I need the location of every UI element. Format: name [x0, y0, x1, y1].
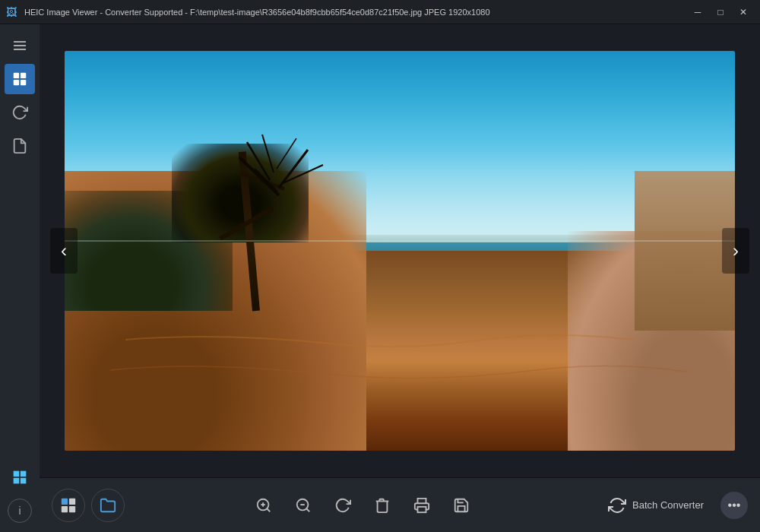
main-image — [65, 51, 735, 451]
save-button[interactable] — [448, 492, 475, 519]
more-icon: ••• — [728, 499, 741, 512]
zoom-in-button[interactable] — [250, 492, 277, 519]
maximize-button[interactable]: □ — [710, 5, 731, 20]
svg-line-25 — [306, 508, 309, 511]
refresh-icon — [11, 104, 28, 121]
info-icon: i — [18, 505, 21, 517]
thumbnail-icon — [60, 497, 77, 514]
next-arrow-icon: › — [733, 240, 739, 261]
svg-rect-4 — [14, 471, 20, 477]
zoom-out-button[interactable] — [290, 492, 317, 519]
app-icon: 🖼 — [6, 6, 17, 18]
svg-rect-6 — [14, 478, 20, 484]
more-options-button[interactable]: ••• — [720, 492, 748, 519]
save-icon — [453, 497, 470, 514]
hamburger-icon — [9, 36, 30, 55]
batch-converter-button[interactable]: Batch Converter — [600, 492, 711, 519]
content-area: ‹ — [40, 24, 760, 532]
toolbar-center-group — [125, 492, 600, 519]
toolbar-right-group: Batch Converter ••• — [600, 492, 748, 519]
svg-rect-2 — [14, 80, 19, 85]
delete-button[interactable] — [369, 492, 396, 519]
rotate-icon — [334, 497, 351, 514]
hamburger-menu-button[interactable] — [5, 30, 35, 61]
zoom-out-icon — [295, 497, 312, 514]
sidebar-item-refresh[interactable] — [5, 97, 35, 128]
print-icon — [413, 497, 430, 514]
toolbar-left-group — [52, 489, 125, 522]
sidebar-item-gallery[interactable] — [5, 64, 35, 94]
delete-icon — [374, 497, 391, 514]
minimize-button[interactable]: ─ — [687, 5, 708, 20]
batch-converter-icon — [608, 496, 626, 515]
batch-converter-label: Batch Converter — [632, 499, 704, 511]
sidebar-item-windows[interactable] — [5, 462, 35, 492]
svg-rect-3 — [21, 80, 26, 85]
prev-image-button[interactable]: ‹ — [50, 228, 78, 274]
svg-rect-19 — [69, 505, 75, 511]
svg-rect-0 — [14, 73, 19, 78]
rotate-button[interactable] — [329, 492, 356, 519]
print-button[interactable] — [408, 492, 435, 519]
svg-line-21 — [267, 508, 270, 511]
title-bar: 🖼 HEIC Image Viewer - Converter Supporte… — [0, 0, 760, 24]
svg-rect-18 — [62, 505, 68, 511]
gallery-icon — [11, 71, 28, 87]
prev-arrow-icon: ‹ — [61, 240, 67, 261]
title-text: HEIC Image Viewer - Converter Supported … — [21, 8, 687, 17]
main-layout: i ‹ — [0, 24, 760, 532]
bottom-toolbar: Batch Converter ••• — [40, 477, 760, 532]
file-icon — [11, 138, 28, 154]
svg-rect-16 — [62, 498, 68, 504]
svg-rect-1 — [21, 73, 26, 78]
windows-icon — [12, 470, 27, 485]
image-area: ‹ — [40, 24, 760, 477]
sidebar-item-info[interactable]: i — [8, 499, 32, 523]
svg-rect-27 — [418, 506, 426, 511]
svg-rect-7 — [21, 478, 27, 484]
thumbnail-view-button[interactable] — [52, 489, 85, 522]
svg-rect-5 — [21, 471, 27, 477]
window-controls: ─ □ ✕ — [687, 5, 754, 20]
next-image-button[interactable]: › — [722, 228, 749, 274]
close-button[interactable]: ✕ — [733, 5, 754, 20]
right-cliffs — [635, 171, 735, 331]
folder-icon — [100, 497, 116, 514]
svg-rect-17 — [69, 498, 75, 504]
sidebar-item-file[interactable] — [5, 131, 35, 161]
sidebar: i — [0, 24, 40, 532]
folder-view-button[interactable] — [91, 489, 125, 522]
zoom-in-icon — [255, 497, 272, 514]
